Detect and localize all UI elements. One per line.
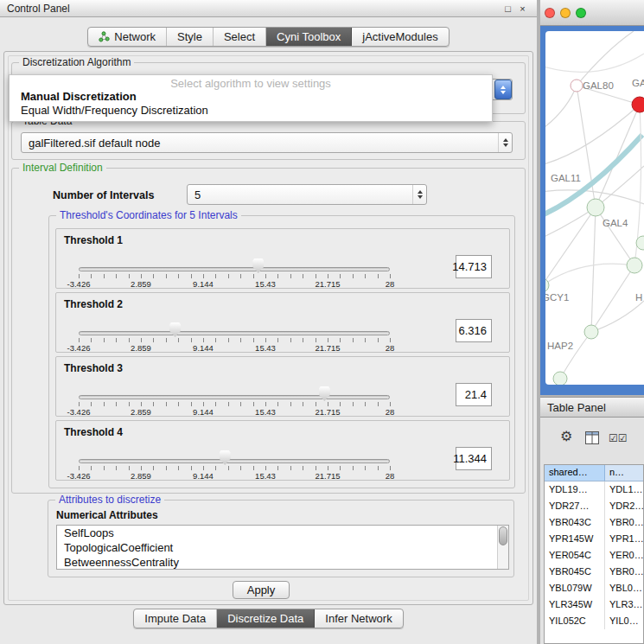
table-row[interactable]: YDR27…YDR2… xyxy=(545,498,643,514)
column-selector-icon[interactable] xyxy=(585,431,599,448)
table-panel: ⚙ ☑☑ shared… n… YDL19…YDL1…YDR27…YDR2…YB… xyxy=(540,418,644,644)
stepper-up-icon xyxy=(501,86,506,89)
slider-track[interactable] xyxy=(79,395,390,399)
attribute-list-item[interactable]: SelfLoops xyxy=(57,526,508,540)
tab-style[interactable]: Style xyxy=(167,28,214,46)
table-cell-name: YBR0… xyxy=(605,514,643,531)
tab-network[interactable]: Network xyxy=(88,28,167,46)
attribute-list-item[interactable]: TopologicalCoefficient xyxy=(57,540,508,555)
attributes-group-title: Attributes to discretize xyxy=(55,494,164,506)
threshold-box-3: Threshold 3-3.4262.8599.14415.4321.71528… xyxy=(55,356,510,417)
threshold-label: Threshold 4 xyxy=(64,426,123,438)
close-panel-icon[interactable]: × xyxy=(515,3,530,14)
float-panel-icon[interactable]: □ xyxy=(501,3,515,14)
list-scrollbar[interactable] xyxy=(497,526,508,569)
slider-track[interactable] xyxy=(79,267,390,271)
network-node[interactable] xyxy=(571,80,583,92)
combobox-arrows-icon[interactable] xyxy=(498,133,512,152)
tab-discretize-data[interactable]: Discretize Data xyxy=(217,609,315,628)
scrollbar-thumb[interactable] xyxy=(499,526,507,545)
table-row[interactable]: YBL079WYBL0… xyxy=(545,580,643,596)
network-node[interactable] xyxy=(584,325,598,339)
node-label: GAL11 xyxy=(551,173,581,183)
table-cell-name: YBL0… xyxy=(605,580,643,596)
threshold-value-field[interactable]: 14.713 xyxy=(456,255,492,278)
slider-scale-label: 21.715 xyxy=(312,407,343,417)
tab-label: Discretize Data xyxy=(227,612,303,625)
tab-label: Select xyxy=(224,30,255,43)
close-window-icon[interactable] xyxy=(545,8,555,18)
control-panel-titlebar: Control Panel □ × xyxy=(0,0,537,17)
tab-label: jActiveModules xyxy=(362,30,437,43)
slider-scale-label: 28 xyxy=(374,407,405,417)
arrow-down-icon xyxy=(503,143,508,147)
slider-ticks-icon xyxy=(79,402,391,406)
attribute-list-item[interactable]: BetweennessCentrality xyxy=(57,555,508,570)
slider-scale-label: 15.43 xyxy=(250,343,281,353)
network-edge xyxy=(545,86,577,131)
table-cell-name: YLR3… xyxy=(605,596,643,613)
node-attribute-table: shared… n… YDL19…YDL1…YDR27…YDR2…YBR043C… xyxy=(544,464,644,644)
combobox-arrows-icon[interactable] xyxy=(412,185,426,204)
tab-select[interactable]: Select xyxy=(214,28,266,46)
slider-scale-label: 2.859 xyxy=(125,279,156,289)
attributes-listbox[interactable]: SelfLoopsTopologicalCoefficientBetweenne… xyxy=(56,525,509,570)
table-data-combobox[interactable]: galFiltered.sif default node xyxy=(21,132,513,153)
network-canvas[interactable]: GAL80GAGAL11GAL4GCY1HHAP2 xyxy=(545,31,644,385)
table-row[interactable]: YBR043CYBR0… xyxy=(545,514,643,531)
settings-gear-icon[interactable]: ⚙ xyxy=(560,430,572,443)
table-row[interactable]: YDL19…YDL1… xyxy=(545,481,643,498)
stepper-down-icon xyxy=(501,91,506,94)
threshold-label: Threshold 1 xyxy=(64,234,123,246)
network-node[interactable] xyxy=(627,258,642,273)
network-node[interactable] xyxy=(553,372,567,385)
slider-track[interactable] xyxy=(79,331,390,335)
network-node[interactable] xyxy=(587,199,604,216)
network-view-window: GAL80GAGAL11GAL4GCY1HHAP2 xyxy=(540,0,644,395)
arrow-up-icon xyxy=(418,190,423,194)
slider-scale-label: 28 xyxy=(374,471,405,481)
algorithm-option-equal-width-frequency-discretization[interactable]: Equal Width/Frequency Discretization xyxy=(10,104,492,118)
node-label: GAL4 xyxy=(603,218,628,228)
network-node[interactable] xyxy=(632,97,644,112)
column-header-name[interactable]: n… xyxy=(605,465,643,481)
tab-impute-data[interactable]: Impute Data xyxy=(134,609,217,628)
tab-infer-network[interactable]: Infer Network xyxy=(315,609,402,628)
zoom-window-icon[interactable] xyxy=(576,8,586,18)
tab-cyni-toolbox[interactable]: Cyni Toolbox xyxy=(266,28,352,46)
table-header-row: shared… n… xyxy=(545,465,643,481)
slider-scale-label: 15.43 xyxy=(250,407,281,417)
tab-jactivemodules[interactable]: jActiveModules xyxy=(352,28,448,46)
checkbox-filter-icons[interactable]: ☑☑ xyxy=(609,432,628,444)
column-header-shared-name[interactable]: shared… xyxy=(545,465,605,481)
control-panel: Control Panel □ × NetworkStyleSelectCyni… xyxy=(0,0,537,644)
slider-track[interactable] xyxy=(79,459,390,463)
number-of-intervals-combobox[interactable]: 5 xyxy=(187,184,427,205)
table-row[interactable]: YPR145WYPR1… xyxy=(545,531,643,547)
table-cell-shared-name: YER054C xyxy=(545,547,605,564)
threshold-value-field[interactable]: 21.4 xyxy=(456,383,492,406)
combobox-stepper-icon[interactable] xyxy=(494,80,512,99)
algorithm-option-manual-discretization[interactable]: Manual Discretization xyxy=(10,90,492,104)
interval-definition-group-title: Interval Definition xyxy=(19,162,106,174)
threshold-value-field[interactable]: 11.344 xyxy=(456,447,492,470)
apply-button[interactable]: Apply xyxy=(233,581,290,599)
network-node[interactable] xyxy=(545,278,549,292)
table-cell-name: YER0… xyxy=(605,547,643,564)
threshold-value-field[interactable]: 6.316 xyxy=(456,319,492,342)
table-cell-shared-name: YBL079W xyxy=(545,580,605,596)
threshold-label: Threshold 3 xyxy=(64,362,123,374)
table-row[interactable]: YER054CYER0… xyxy=(545,547,643,564)
top-tab-bar: NetworkStyleSelectCyni ToolboxjActiveMod… xyxy=(0,27,537,47)
table-cell-shared-name: YDR27… xyxy=(545,498,605,514)
threshold-box-2: Threshold 2-3.4262.8599.14415.4321.71528… xyxy=(55,292,510,353)
table-row[interactable]: YLR345WYLR3… xyxy=(545,596,643,613)
table-data-combobox-value: galFiltered.sif default node xyxy=(22,137,498,150)
table-cell-name: YDR2… xyxy=(605,498,643,514)
slider-ticks-icon xyxy=(79,338,391,342)
slider-scale-label: 28 xyxy=(374,279,405,289)
table-row[interactable]: YBR045CYBR0… xyxy=(545,564,643,580)
table-row[interactable]: YIL052CYIL0… xyxy=(545,613,643,629)
arrow-down-icon xyxy=(418,195,423,199)
minimize-window-icon[interactable] xyxy=(560,8,571,18)
